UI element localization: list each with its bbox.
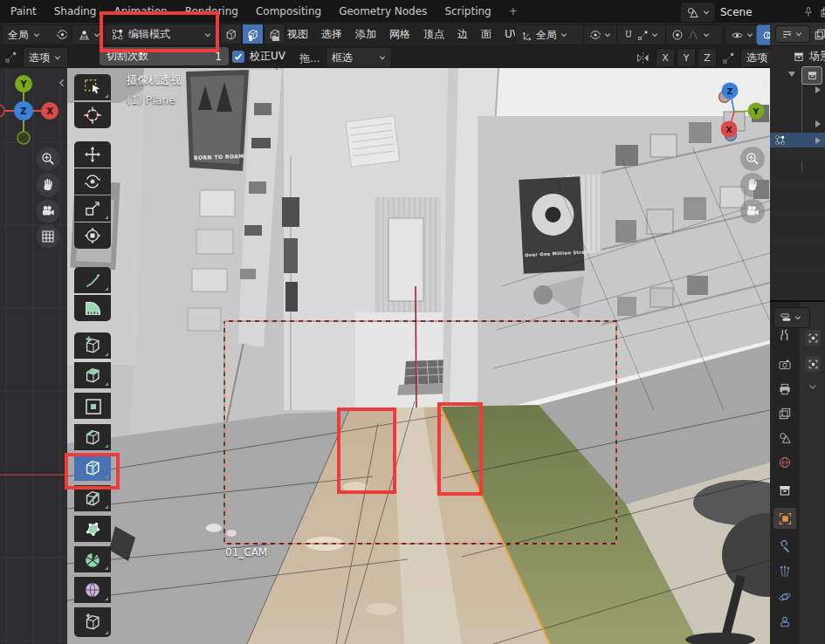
workspace-tab-geometry-nodes[interactable]: Geometry Nodes — [330, 1, 436, 23]
tool-spin[interactable] — [74, 546, 111, 572]
properties-tab-render[interactable] — [773, 354, 796, 375]
tool-rip-region[interactable] — [74, 607, 111, 637]
workspace-tab-scripting[interactable]: Scripting — [436, 1, 499, 23]
tool-tweak-select[interactable] — [74, 74, 111, 100]
tool-scale[interactable] — [74, 195, 111, 222]
mirror-y-button[interactable]: Y — [677, 48, 696, 67]
menu-face[interactable]: 面 — [480, 27, 492, 42]
pivot-point-dropdown[interactable] — [583, 24, 620, 45]
properties-tab-output[interactable] — [773, 379, 796, 400]
vertex-select-mode-button[interactable] — [220, 24, 242, 45]
properties-tab-modifiers[interactable] — [773, 536, 796, 557]
expand-triangle[interactable] — [788, 72, 795, 77]
workspace-tab-rendering[interactable]: Rendering — [176, 1, 247, 23]
id-browse-button[interactable] — [805, 356, 821, 372]
tool-smooth[interactable] — [74, 577, 111, 603]
properties-tab-world[interactable] — [773, 452, 796, 473]
properties-tab-particles[interactable] — [773, 561, 796, 582]
view-layer-icon[interactable] — [820, 6, 825, 18]
secondary-viewport-canvas[interactable]: Y X Z — [0, 68, 67, 644]
number-of-cuts-field[interactable]: 切割次数 1 — [100, 47, 229, 65]
correct-uv-label: 校正UV — [250, 49, 285, 64]
tool-cursor[interactable] — [74, 102, 111, 128]
properties-tab-view-layer[interactable] — [773, 403, 796, 424]
face-select-mode-button[interactable] — [264, 24, 285, 45]
viewport-canvas[interactable]: Z Y X — [67, 68, 770, 644]
menu-edge[interactable]: 边 — [457, 27, 469, 42]
properties-tab-collection[interactable] — [773, 480, 796, 501]
scene-name[interactable]: Scene — [720, 6, 797, 18]
mode-dropdown[interactable]: 编辑模式 — [105, 24, 217, 45]
tool-rotate[interactable] — [74, 168, 111, 195]
left-options-dropdown[interactable]: 选项 — [23, 47, 69, 68]
proportional-editing-icon — [671, 29, 684, 41]
tool-move[interactable] — [74, 141, 111, 168]
blender-window: Paint Shading Animation Rendering Compos… — [0, 0, 825, 644]
edit-mode-icon — [111, 28, 124, 41]
tool-inset-faces[interactable] — [74, 393, 111, 419]
new-collection-icon[interactable] — [814, 28, 825, 41]
properties-tab-object[interactable] — [773, 508, 796, 529]
mirror-icon[interactable] — [636, 51, 650, 65]
tool-measure[interactable] — [74, 295, 111, 321]
tool-poly-build[interactable] — [74, 516, 111, 542]
pin-icon[interactable] — [802, 6, 815, 18]
outliner-selected-item[interactable] — [770, 133, 825, 147]
transform-falloff-icon[interactable] — [722, 51, 735, 65]
chevron-down-icon — [703, 31, 710, 38]
workspace-tab-compositing[interactable]: Compositing — [247, 1, 330, 23]
svg-text:Y: Y — [753, 106, 760, 116]
tool-add-cube[interactable] — [74, 332, 111, 359]
transform-orientation-dropdown[interactable]: 全局 — [515, 24, 585, 45]
zoom-button[interactable] — [37, 147, 60, 171]
workspace-tab-shading[interactable]: Shading — [45, 1, 106, 23]
scene-collection-label: 场景集合 — [809, 49, 825, 64]
outliner-expand-arrow[interactable] — [815, 86, 821, 93]
panel-collapse-chevron[interactable] — [808, 382, 817, 391]
outliner-expand-arrow[interactable] — [815, 120, 821, 127]
pivot-point-icon — [589, 29, 602, 41]
zoom-button[interactable] — [740, 147, 765, 171]
add-workspace-button[interactable]: + — [500, 1, 526, 23]
left-tool-settings: 选项 — [0, 45, 69, 68]
menu-add[interactable]: 添加 — [354, 27, 377, 42]
mirror-z-button[interactable]: Z — [698, 48, 717, 67]
topbar: Paint Shading Animation Rendering Compos… — [0, 0, 825, 24]
menu-view[interactable]: 视图 — [286, 27, 309, 42]
tool-loop-cut[interactable] — [74, 455, 111, 481]
menu-mesh[interactable]: 网格 — [388, 27, 411, 42]
outliner: 场景集合 — [770, 23, 825, 300]
drag-mode-dropdown[interactable]: 框选 — [326, 47, 392, 68]
snapping-dropdown[interactable] — [616, 24, 669, 45]
transform-falloff-icon[interactable] — [4, 51, 17, 64]
options-label: 选项 — [746, 51, 767, 65]
drag-label[interactable]: 拖... — [299, 51, 320, 66]
properties-tab-scene[interactable] — [773, 428, 796, 449]
workspace-tab-animation[interactable]: Animation — [105, 1, 175, 23]
menu-select[interactable]: 选择 — [320, 27, 343, 42]
tool-bevel[interactable] — [74, 424, 111, 450]
tool-extrude-region[interactable] — [74, 362, 111, 388]
tool-knife[interactable] — [74, 485, 111, 511]
properties-tab-physics[interactable] — [773, 586, 796, 607]
outliner-filter-dropdown[interactable] — [775, 25, 810, 43]
properties-tab-tool[interactable] — [773, 325, 796, 346]
cuts-label: 切割次数 — [107, 49, 148, 64]
viewport-nav — [740, 147, 765, 223]
correct-uv-checkbox[interactable] — [232, 51, 244, 63]
pin-id-button[interactable] — [805, 330, 821, 346]
proportional-editing-dropdown[interactable] — [665, 24, 723, 45]
tool-transform[interactable] — [74, 223, 111, 249]
workspace-tab-paint[interactable]: Paint — [2, 1, 45, 23]
orientation-label: 全局 — [536, 28, 557, 43]
grid-ortho-button[interactable] — [37, 225, 60, 249]
edge-select-mode-button[interactable] — [242, 24, 264, 45]
properties-tab-constraints[interactable] — [773, 612, 796, 633]
outliner-collection-item[interactable] — [801, 66, 822, 85]
tool-annotate[interactable] — [74, 267, 111, 293]
mirror-x-button[interactable]: X — [656, 48, 675, 67]
snap-target-icon — [637, 30, 649, 41]
menu-vertex[interactable]: 顶点 — [423, 27, 445, 42]
outliner-scene-collection[interactable]: 场景集合 — [793, 49, 825, 64]
scene-selector[interactable] — [681, 3, 715, 22]
